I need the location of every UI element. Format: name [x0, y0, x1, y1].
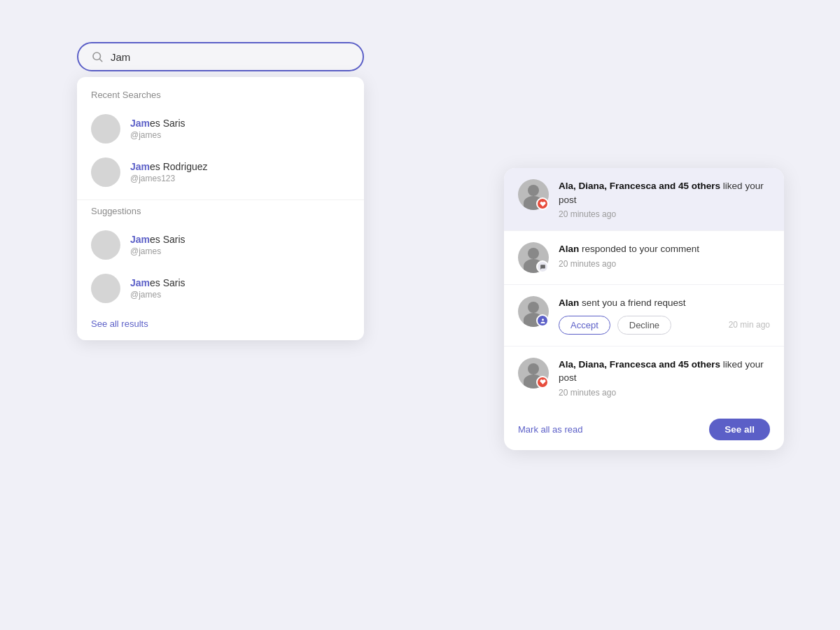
notif-action-text: sent you a friend request — [579, 298, 685, 308]
notifications-panel: Ala, Diana, Francesca and 45 others like… — [504, 168, 784, 450]
notif-text: Ala, Diana, Francesca and 45 others like… — [559, 179, 770, 206]
comment-badge — [536, 260, 549, 273]
notification-item-4[interactable]: Ala, Diana, Francesca and 45 others like… — [504, 346, 784, 409]
see-all-results-link[interactable]: See all results — [77, 310, 364, 340]
notif-time: 20 minutes ago — [559, 209, 770, 219]
result-name: James Saris — [130, 234, 186, 245]
notif-time: 20 minutes ago — [559, 259, 770, 269]
friend-badge — [536, 314, 549, 327]
notif-avatar-wrapper — [518, 358, 549, 388]
notifications-panel-wrapper: Ala, Diana, Francesca and 45 others like… — [504, 168, 784, 450]
notif-content: Ala, Diana, Francesca and 45 others like… — [559, 179, 770, 219]
notification-item-1[interactable]: Ala, Diana, Francesca and 45 others like… — [504, 168, 784, 231]
result-text: James Rodriguez @james123 — [130, 161, 208, 183]
result-name: James Saris — [130, 118, 186, 129]
result-handle: @james — [130, 130, 186, 140]
list-item[interactable]: James Rodriguez @james123 — [77, 150, 364, 194]
heart-badge — [536, 376, 549, 388]
search-input-wrapper[interactable] — [77, 42, 364, 71]
result-handle: @james — [130, 290, 186, 300]
result-text: James Saris @james — [130, 118, 186, 140]
highlight-text: Jam — [130, 161, 150, 172]
notif-avatar-wrapper — [518, 179, 549, 210]
suggestions-label: Suggestions — [77, 206, 364, 223]
search-dropdown: Recent Searches James Saris @james James… — [77, 77, 364, 340]
heart-badge — [536, 197, 549, 210]
notif-time: 20 minutes ago — [559, 388, 770, 398]
divider — [77, 200, 364, 200]
result-text: James Saris @james — [130, 234, 186, 256]
mark-all-read-link[interactable]: Mark all as read — [518, 424, 582, 435]
see-all-button[interactable]: See all — [709, 419, 770, 440]
avatar — [91, 114, 120, 144]
notif-time-inline: 20 min ago — [729, 320, 770, 330]
svg-point-2 — [542, 318, 544, 321]
notif-content: Ala, Diana, Francesca and 45 others like… — [559, 358, 770, 398]
list-item[interactable]: James Saris @james — [77, 223, 364, 267]
search-input[interactable] — [111, 51, 350, 63]
search-section: Recent Searches James Saris @james James… — [77, 42, 364, 340]
notification-item-3[interactable]: Alan sent you a friend request Accept De… — [504, 285, 784, 346]
notification-item-2[interactable]: Alan responded to your comment 20 minute… — [504, 231, 784, 285]
result-text: James Saris @james — [130, 277, 186, 300]
recent-searches-label: Recent Searches — [77, 90, 364, 107]
notif-text: Alan responded to your comment — [559, 242, 770, 256]
list-item[interactable]: James Saris @james — [77, 267, 364, 310]
result-handle: @james — [130, 246, 186, 256]
notif-action-text: responded to your comment — [579, 244, 699, 254]
accept-button[interactable]: Accept — [559, 316, 610, 335]
avatar — [91, 274, 120, 303]
highlight-text: Jam — [130, 118, 150, 129]
notif-bold-text: Alan — [559, 244, 579, 254]
notif-bold-text: Ala, Diana, Francesca and 45 others — [559, 359, 720, 370]
notif-bold-text: Ala, Diana, Francesca and 45 others — [559, 181, 720, 191]
notif-text: Ala, Diana, Francesca and 45 others like… — [559, 358, 770, 385]
result-handle: @james123 — [130, 174, 208, 183]
notif-avatar-wrapper — [518, 242, 549, 273]
notif-content: Alan responded to your comment 20 minute… — [559, 242, 770, 269]
result-name: James Rodriguez — [130, 161, 208, 172]
search-icon — [91, 50, 104, 63]
list-item[interactable]: James Saris @james — [77, 107, 364, 150]
highlight-text: Jam — [130, 234, 150, 245]
highlight-text: Jam — [130, 277, 150, 288]
notif-text: Alan sent you a friend request — [559, 296, 770, 310]
notif-actions: Accept Decline 20 min ago — [559, 316, 770, 335]
result-name: James Saris — [130, 277, 186, 288]
avatar — [91, 230, 120, 260]
decline-button[interactable]: Decline — [617, 316, 671, 335]
notif-content: Alan sent you a friend request Accept De… — [559, 296, 770, 335]
avatar — [91, 158, 120, 187]
notif-avatar-wrapper — [518, 296, 549, 327]
notif-bold-text: Alan — [559, 298, 579, 308]
svg-line-1 — [99, 59, 102, 61]
notifications-footer: Mark all as read See all — [504, 409, 784, 450]
